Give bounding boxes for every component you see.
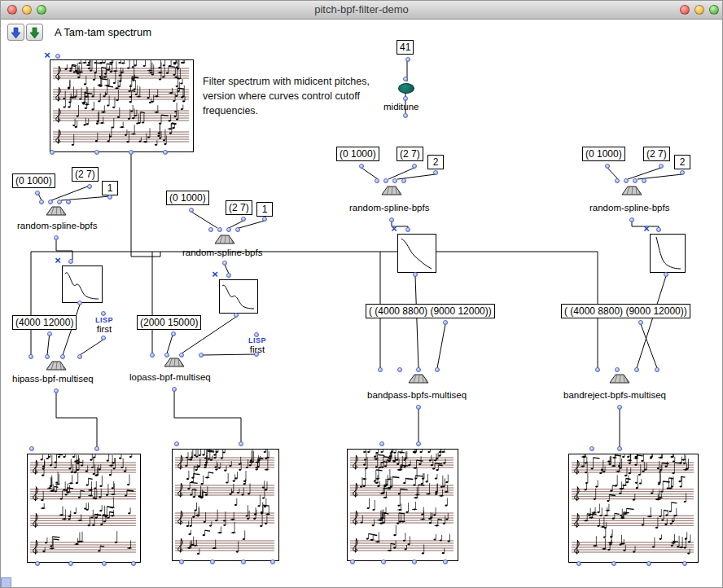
random-spline-bpfs-box-3[interactable] bbox=[380, 184, 403, 197]
port-dot[interactable] bbox=[615, 367, 620, 372]
port-dot[interactable] bbox=[235, 227, 240, 232]
port-dot[interactable] bbox=[60, 354, 65, 359]
score-box-hipass-result[interactable] bbox=[27, 454, 141, 563]
port-dot[interactable] bbox=[392, 178, 397, 183]
bpf-curve-box-1[interactable] bbox=[62, 265, 103, 303]
lock-x-icon[interactable]: × bbox=[212, 268, 218, 280]
right-minimize-button[interactable] bbox=[695, 5, 704, 15]
port-dot[interactable] bbox=[359, 164, 364, 169]
port-dot[interactable] bbox=[208, 227, 213, 232]
port-dot[interactable] bbox=[179, 559, 184, 564]
port-dot[interactable] bbox=[101, 336, 106, 340]
score-box-lopass-result[interactable] bbox=[172, 449, 279, 561]
port-dot[interactable] bbox=[226, 227, 231, 232]
port-dot[interactable] bbox=[54, 235, 59, 240]
value-box-rs3-count[interactable]: 2 bbox=[427, 155, 444, 169]
hipass-bpf-multiseq-box[interactable] bbox=[45, 359, 68, 372]
port-dot[interactable] bbox=[28, 354, 33, 359]
port-dot[interactable] bbox=[131, 561, 136, 566]
port-dot[interactable] bbox=[443, 320, 448, 325]
value-box-bandreject-list[interactable]: ( (4000 8800) (9000 12000)) bbox=[561, 304, 690, 318]
port-dot[interactable] bbox=[35, 561, 40, 566]
port-dot[interactable] bbox=[226, 273, 231, 278]
value-box-rs2-range[interactable]: (0 1000) bbox=[166, 191, 209, 205]
port-dot[interactable] bbox=[642, 178, 646, 183]
port-dot[interactable] bbox=[655, 367, 659, 372]
random-spline-bpfs-label-4[interactable]: random-spline-bpfs bbox=[589, 203, 669, 213]
random-spline-bpfs-box-1[interactable] bbox=[45, 204, 68, 217]
port-dot[interactable] bbox=[150, 353, 155, 358]
port-dot[interactable] bbox=[595, 367, 600, 372]
random-spline-bpfs-label-1[interactable]: random-spline-bpfs bbox=[17, 221, 97, 230]
value-box-rs1-count[interactable]: 1 bbox=[102, 181, 118, 195]
port-dot[interactable] bbox=[174, 441, 179, 446]
lopass-bpf-multiseq-box[interactable] bbox=[163, 356, 186, 369]
port-dot[interactable] bbox=[77, 301, 82, 305]
port-dot[interactable] bbox=[29, 446, 34, 451]
lisp-function-box-first-1[interactable]: LISP first bbox=[92, 316, 116, 335]
port-dot[interactable] bbox=[375, 178, 379, 183]
value-box-rs2-count[interactable]: 1 bbox=[256, 202, 273, 217]
port-dot[interactable] bbox=[87, 184, 92, 189]
port-dot[interactable] bbox=[656, 227, 661, 232]
value-box-midicent[interactable]: 41 bbox=[397, 40, 414, 55]
bandreject-bpfs-multiseq-label[interactable]: bandreject-bpfs-multiseq bbox=[563, 390, 666, 400]
port-dot[interactable] bbox=[433, 170, 438, 175]
port-dot[interactable] bbox=[405, 227, 410, 232]
port-dot[interactable] bbox=[254, 352, 259, 357]
port-dot[interactable] bbox=[416, 441, 421, 446]
port-dot[interactable] bbox=[350, 559, 355, 564]
port-dot[interactable] bbox=[68, 561, 73, 566]
port-dot[interactable] bbox=[171, 331, 176, 336]
value-box-rs2-degrees[interactable]: (2 7) bbox=[226, 200, 252, 215]
hipass-bpf-multiseq-label[interactable]: hipass-bpf-multiseq bbox=[12, 374, 94, 384]
port-dot[interactable] bbox=[270, 559, 275, 564]
value-box-rs4-degrees[interactable]: (2 7) bbox=[643, 147, 670, 161]
port-dot[interactable] bbox=[239, 441, 243, 446]
port-dot[interactable] bbox=[617, 446, 622, 451]
port-dot[interactable] bbox=[254, 332, 259, 337]
green-arrow-button[interactable] bbox=[26, 24, 43, 41]
port-dot[interactable] bbox=[189, 208, 194, 213]
port-dot[interactable] bbox=[163, 150, 168, 155]
right-close-button[interactable] bbox=[680, 5, 690, 15]
value-box-rs4-count[interactable]: 2 bbox=[674, 155, 690, 169]
blue-arrow-button[interactable] bbox=[7, 24, 24, 41]
score-box-bandreject-result[interactable] bbox=[568, 454, 699, 563]
port-dot[interactable] bbox=[633, 178, 638, 183]
port-dot[interactable] bbox=[101, 311, 106, 316]
port-dot[interactable] bbox=[222, 261, 227, 265]
port-dot[interactable] bbox=[94, 150, 99, 155]
port-dot[interactable] bbox=[680, 170, 685, 175]
random-spline-bpfs-label-3[interactable]: random-spline-bpfs bbox=[349, 203, 429, 213]
port-dot[interactable] bbox=[199, 353, 204, 358]
value-box-rs3-degrees[interactable]: (2 7) bbox=[397, 147, 423, 161]
random-spline-bpfs-box-4[interactable] bbox=[620, 184, 643, 197]
port-dot[interactable] bbox=[57, 200, 62, 204]
value-box-rs3-range[interactable]: (0 1000) bbox=[336, 147, 379, 161]
port-dot[interactable] bbox=[659, 164, 664, 169]
lopass-bpf-multiseq-label[interactable]: lopass-bpf-multiseq bbox=[129, 372, 211, 382]
bpf-curve-box-3[interactable] bbox=[397, 234, 436, 273]
port-dot[interactable] bbox=[66, 200, 71, 204]
bandpass-bpfs-multiseq-box[interactable] bbox=[407, 372, 430, 385]
port-dot[interactable] bbox=[172, 387, 177, 392]
port-dot[interactable] bbox=[405, 57, 410, 62]
port-dot[interactable] bbox=[638, 320, 643, 325]
port-dot[interactable] bbox=[416, 405, 421, 410]
port-dot[interactable] bbox=[397, 367, 402, 372]
port-dot[interactable] bbox=[39, 200, 44, 204]
port-dot[interactable] bbox=[68, 259, 73, 264]
port-dot[interactable] bbox=[634, 367, 639, 372]
value-box-bandpass-list[interactable]: ( (4000 8800) (9000 12000)) bbox=[366, 304, 495, 318]
bpf-curve-box-2[interactable] bbox=[219, 279, 258, 314]
port-dot[interactable] bbox=[605, 164, 610, 169]
port-dot[interactable] bbox=[102, 561, 107, 566]
random-spline-bpfs-label-2[interactable]: random-spline-bpfs bbox=[182, 248, 262, 257]
port-dot[interactable] bbox=[77, 354, 82, 359]
port-dot[interactable] bbox=[403, 77, 408, 81]
port-dot[interactable] bbox=[378, 367, 383, 372]
port-dot[interactable] bbox=[629, 217, 634, 222]
lock-x-icon[interactable]: × bbox=[643, 222, 650, 235]
port-dot[interactable] bbox=[47, 331, 52, 336]
